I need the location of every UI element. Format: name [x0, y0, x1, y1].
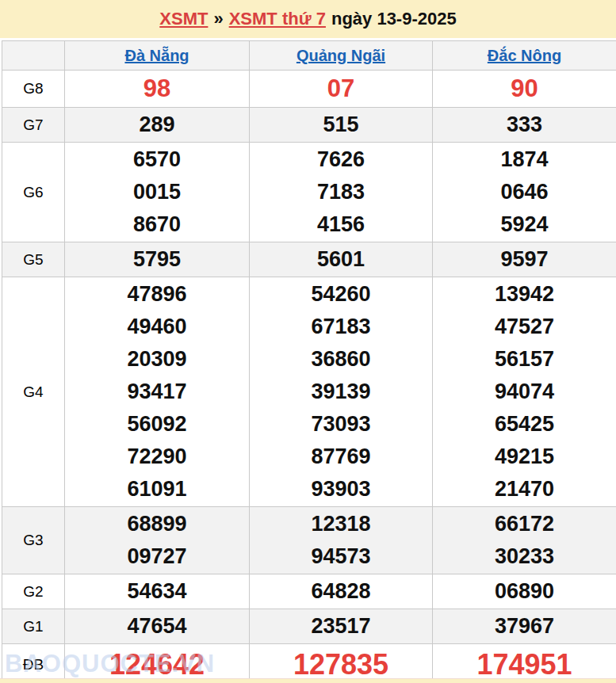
table-row-g6: G6 6570 0015 8670 7626 7183 4156 1874 06…: [2, 143, 616, 242]
table-row-g4: G4 47896 49460 20309 93417 56092 72290 6…: [2, 277, 616, 507]
prize-number: 127835: [250, 645, 432, 683]
prize-number: 1874: [433, 143, 616, 176]
prize-number: 8670: [65, 208, 249, 241]
xsmt-link[interactable]: XSMT: [159, 9, 208, 29]
cell-g4-da-nang: 47896 49460 20309 93417 56092 72290 6109…: [65, 277, 250, 507]
prize-number: 67183: [250, 311, 432, 343]
cell-g2-quang-ngai: 64828: [250, 574, 433, 609]
column-header-quang-ngai: Quảng Ngãi: [250, 41, 433, 71]
prize-number: 289: [65, 109, 249, 141]
prize-number: 47654: [65, 610, 249, 643]
prize-label-g8: G8: [2, 71, 65, 108]
prize-number: 9597: [433, 243, 616, 276]
draw-date: ngày 13-9-2025: [331, 9, 457, 29]
prize-number: 90: [433, 71, 616, 106]
cell-g7-quang-ngai: 515: [250, 108, 433, 143]
prize-number: 94074: [433, 376, 616, 408]
prize-number: 68899: [65, 508, 249, 540]
prize-label-g2: G2: [2, 574, 65, 609]
prize-number: 64828: [250, 575, 432, 608]
prize-number: 30233: [433, 540, 616, 573]
cell-g7-dac-nong: 333: [433, 108, 616, 143]
prize-label-g1: G1: [2, 609, 65, 644]
prize-number: 56157: [433, 343, 616, 376]
prize-number: 124642: [65, 645, 249, 683]
prize-label-g7: G7: [2, 108, 65, 143]
prize-number: 12318: [250, 508, 432, 540]
prize-number: 0015: [65, 176, 249, 208]
prize-number: 94573: [250, 540, 432, 573]
da-nang-link[interactable]: Đà Nẵng: [124, 47, 189, 64]
prize-number: 21470: [433, 473, 616, 506]
cell-db-dac-nong: 174951: [433, 644, 616, 683]
table-row-g3: G3 68899 09727 12318 94573 66172 30233: [2, 507, 616, 574]
title-banner: XSMT»XSMT thứ 7ngày 13-9-2025: [0, 0, 616, 38]
xsmt-thu7-link[interactable]: XSMT thứ 7: [229, 9, 326, 29]
prize-number: 37967: [433, 610, 616, 643]
lottery-results-table: Đà Nẵng Quảng Ngãi Đắc Nông G8 98 07 90 …: [2, 40, 616, 683]
cell-g1-quang-ngai: 23517: [250, 609, 433, 644]
prize-number: 39139: [250, 376, 432, 408]
prize-number: 72290: [65, 441, 249, 473]
prize-label-g5: G5: [2, 242, 65, 277]
cell-g4-quang-ngai: 54260 67183 36860 39139 73093 87769 9390…: [250, 277, 433, 507]
cell-g1-dac-nong: 37967: [433, 609, 616, 644]
prize-number: 4156: [250, 208, 432, 241]
prize-number: 54634: [65, 575, 249, 608]
prize-number: 20309: [65, 343, 249, 376]
prize-number: 49460: [65, 311, 249, 343]
prize-label-g6: G6: [2, 143, 65, 242]
prize-number: 09727: [65, 540, 249, 573]
cell-g1-da-nang: 47654: [65, 609, 250, 644]
prize-label-g4: G4: [2, 277, 65, 507]
prize-number: 47896: [65, 278, 249, 311]
column-header-da-nang: Đà Nẵng: [65, 41, 250, 71]
prize-label-db: ĐB: [2, 644, 65, 683]
prize-number: 06890: [433, 575, 616, 608]
cell-g3-da-nang: 68899 09727: [65, 507, 250, 574]
prize-number: 7626: [250, 143, 432, 176]
prize-number: 49215: [433, 441, 616, 473]
cell-g3-dac-nong: 66172 30233: [433, 507, 616, 574]
table-row-g1: G1 47654 23517 37967: [2, 609, 616, 644]
cell-g4-dac-nong: 13942 47527 56157 94074 65425 49215 2147…: [433, 277, 616, 507]
prize-number: 5601: [250, 243, 432, 276]
prize-number: 0646: [433, 176, 616, 208]
cell-g3-quang-ngai: 12318 94573: [250, 507, 433, 574]
prize-number: 5795: [65, 243, 249, 276]
prize-label-g3: G3: [2, 507, 65, 574]
table-row-g2: G2 54634 64828 06890: [2, 574, 616, 609]
prize-number: 515: [250, 109, 432, 141]
results-table-wrapper: Đà Nẵng Quảng Ngãi Đắc Nông G8 98 07 90 …: [2, 40, 614, 683]
prize-number: 333: [433, 109, 616, 141]
quang-ngai-link[interactable]: Quảng Ngãi: [297, 47, 385, 64]
table-row-db: ĐB 124642 127835 174951: [2, 644, 616, 683]
prize-number: 13942: [433, 278, 616, 311]
prize-number: 98: [65, 71, 249, 106]
cell-g8-da-nang: 98: [65, 71, 250, 108]
cell-db-da-nang: 124642: [65, 644, 250, 683]
prize-number: 6570: [65, 143, 249, 176]
prize-number: 36860: [250, 343, 432, 376]
next-section-band: [0, 678, 616, 683]
cell-g8-dac-nong: 90: [433, 71, 616, 108]
prize-number: 47527: [433, 311, 616, 343]
prize-number: 54260: [250, 278, 432, 311]
prize-number: 7183: [250, 176, 432, 208]
cell-g5-quang-ngai: 5601: [250, 242, 433, 277]
prize-number: 93417: [65, 376, 249, 408]
table-row-g8: G8 98 07 90: [2, 71, 616, 108]
prize-number: 07: [250, 71, 432, 106]
breadcrumb-separator: »: [213, 9, 223, 29]
column-header-dac-nong: Đắc Nông: [433, 41, 616, 71]
cell-g8-quang-ngai: 07: [250, 71, 433, 108]
prize-number: 56092: [65, 408, 249, 441]
dac-nong-link[interactable]: Đắc Nông: [488, 47, 561, 64]
prize-number: 66172: [433, 508, 616, 540]
table-row-g5: G5 5795 5601 9597: [2, 242, 616, 277]
cell-g7-da-nang: 289: [65, 108, 250, 143]
cell-g6-quang-ngai: 7626 7183 4156: [250, 143, 433, 242]
cell-g5-dac-nong: 9597: [433, 242, 616, 277]
cell-g6-dac-nong: 1874 0646 5924: [433, 143, 616, 242]
prize-number: 23517: [250, 610, 432, 643]
